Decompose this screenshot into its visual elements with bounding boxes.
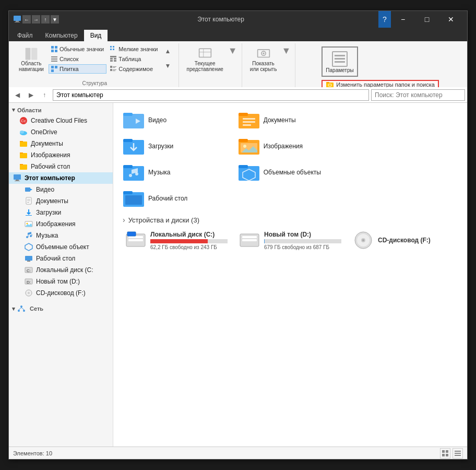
tab-view[interactable]: Вид	[84, 30, 108, 41]
tab-computer[interactable]: Компьютер	[39, 30, 84, 41]
sidebar-label-video: Видео	[36, 186, 54, 193]
addr-back-btn[interactable]: ◀	[11, 89, 23, 101]
sidebar-item-desktop[interactable]: Рабочий стол	[9, 161, 113, 172]
doc-icon-sidebar	[25, 197, 33, 205]
sidebar-item-images[interactable]: Изображения	[9, 149, 113, 161]
forward-button[interactable]: →	[32, 15, 40, 24]
sidebar-item-onedrive[interactable]: OneDrive	[9, 126, 113, 138]
sidebar-item-drive-c[interactable]: C: Локальный диск (С:	[9, 264, 113, 276]
sidebar-item-downloads[interactable]: Загрузки	[9, 207, 113, 218]
params-button[interactable]: Параметры	[322, 46, 358, 77]
svg-rect-52	[20, 164, 23, 165]
tile-view-btn[interactable]	[440, 448, 450, 459]
sidebar-label-desktop: Рабочий стол	[31, 163, 70, 170]
tab-file[interactable]: Файл	[11, 30, 39, 41]
change-folder-params-button[interactable]: Изменить параметры папок и поиска	[322, 80, 439, 87]
empty-cell-2	[348, 133, 463, 159]
folder-item-3d[interactable]: Объемные объекты	[233, 159, 348, 185]
svg-rect-90	[243, 124, 251, 126]
onedrive-icon	[19, 128, 28, 136]
table-btn[interactable]: Таблица	[108, 54, 160, 64]
svg-marker-69	[25, 243, 32, 251]
sidebar-item-desktop2[interactable]: Рабочий стол	[9, 253, 113, 264]
svg-point-65	[26, 236, 28, 238]
main-window: ← → ↑ ▼ Этот компьютер ? − □ ✕ Файл Комп…	[8, 10, 468, 460]
addr-forward-btn[interactable]: ▶	[25, 89, 37, 101]
svg-rect-14	[51, 69, 54, 72]
drive-c-info: Локальный диск (C:) 62,2 ГБ свободно из …	[150, 231, 228, 250]
svg-point-66	[30, 235, 32, 237]
show-hide-button[interactable]: Показатьили скрыть	[246, 44, 281, 75]
sidebar-item-this-computer[interactable]: Этот компьютер	[9, 172, 113, 184]
large-icons-btn[interactable]: Обычные значки	[49, 44, 106, 54]
folder-item-video[interactable]: Видео	[117, 107, 233, 133]
sidebar-label-downloads: Загрузки	[36, 209, 61, 216]
svg-rect-28	[113, 69, 116, 70]
addr-up-btn[interactable]: ↑	[38, 89, 51, 101]
svg-rect-1	[16, 21, 19, 22]
svg-rect-38	[335, 58, 345, 60]
svg-text:D:: D:	[27, 280, 31, 285]
content-btn[interactable]: Содержимое	[108, 64, 160, 74]
up-button[interactable]: ↑	[41, 15, 50, 24]
drive-item-c[interactable]: Локальный диск (C:) 62,2 ГБ свободно из …	[120, 226, 233, 254]
sidebar-item-drive-d[interactable]: D: Новый том (D:)	[9, 276, 113, 287]
svg-rect-89	[243, 121, 255, 123]
address-input[interactable]	[53, 89, 369, 101]
sidebar-item-3d[interactable]: Объемные объект	[9, 241, 113, 253]
current-view-content: Текущеепредставление ▼	[183, 43, 237, 85]
search-input[interactable]	[371, 89, 465, 101]
svg-rect-20	[110, 58, 113, 60]
desktop-folder-icon	[19, 162, 28, 171]
svg-rect-16	[113, 46, 114, 48]
titlebar-nav-buttons: ← → ↑ ▼	[13, 15, 59, 24]
current-view-button[interactable]: Текущеепредставление	[183, 44, 227, 75]
sidebar-item-pictures[interactable]: Изображения	[9, 218, 113, 230]
svg-rect-83	[123, 114, 144, 128]
folder-item-downloads[interactable]: Загрузки	[117, 133, 233, 159]
sidebar-item-cd[interactable]: CD-дисковод (F:)	[9, 287, 113, 299]
sidebar-item-creative-cloud[interactable]: Cc Creative Cloud Files	[9, 115, 113, 126]
scroll-down-btn[interactable]: ▼	[162, 59, 174, 73]
sidebar-label-onedrive: OneDrive	[31, 128, 57, 136]
sidebar-item-documents[interactable]: Документы	[9, 195, 113, 207]
sidebar-label-drive-c: Локальный диск (С:	[36, 266, 93, 274]
list-btn[interactable]: Список	[49, 54, 106, 64]
scroll-arrows: ▲ ▼	[162, 44, 174, 73]
ribbon-content: Областьнавигации Обычные значки Список	[9, 41, 467, 87]
sidebar-item-music[interactable]: Музыка	[9, 230, 113, 241]
close-button[interactable]: ✕	[439, 11, 463, 28]
list-view-btn[interactable]	[453, 448, 463, 459]
scroll-up-btn[interactable]: ▲	[162, 44, 174, 58]
cc-icon: Cc	[19, 116, 28, 125]
back-button[interactable]: ←	[22, 15, 31, 24]
svg-rect-39	[335, 61, 345, 63]
folder-item-desktop-main[interactable]: Рабочий стол	[117, 185, 233, 212]
ribbon-tabs: Файл Компьютер Вид	[9, 28, 467, 41]
tile-btn[interactable]: Плитка	[49, 64, 106, 74]
drive-item-f[interactable]: CD-дисковод (F:)	[347, 226, 461, 254]
svg-point-99	[129, 174, 132, 177]
sidebar-item-video[interactable]: Видео	[9, 184, 113, 195]
recent-button[interactable]: ▼	[51, 15, 59, 24]
navigation-pane-button[interactable]: Областьнавигации	[15, 44, 47, 75]
drive-d-free: 679 ГБ свободно из 687 ГБ	[264, 244, 341, 250]
drive-item-d[interactable]: Новый том (D:) 679 ГБ свободно из 687 ГБ	[233, 226, 347, 254]
drive-c-bar	[150, 239, 208, 243]
sidebar-label-3d: Объемные объект	[36, 243, 89, 251]
help-button[interactable]: ?	[378, 11, 391, 28]
svg-rect-71	[27, 261, 30, 262]
small-icons-btn[interactable]: Мелкие значки	[108, 44, 160, 54]
svg-rect-56	[25, 187, 30, 192]
svg-rect-2	[15, 22, 20, 22]
folder-item-docs-main[interactable]: Документы	[233, 107, 348, 133]
svg-rect-105	[123, 191, 133, 194]
maximize-button[interactable]: □	[415, 11, 439, 28]
folder-item-images[interactable]: Изображения	[233, 133, 348, 159]
folder-item-music[interactable]: Музыка	[117, 159, 233, 185]
svg-rect-94	[239, 139, 248, 142]
small-icons-icon	[110, 46, 116, 52]
sidebar-item-docs[interactable]: Документы	[9, 138, 113, 149]
minimize-button[interactable]: −	[391, 11, 415, 28]
svg-rect-102	[239, 165, 248, 168]
